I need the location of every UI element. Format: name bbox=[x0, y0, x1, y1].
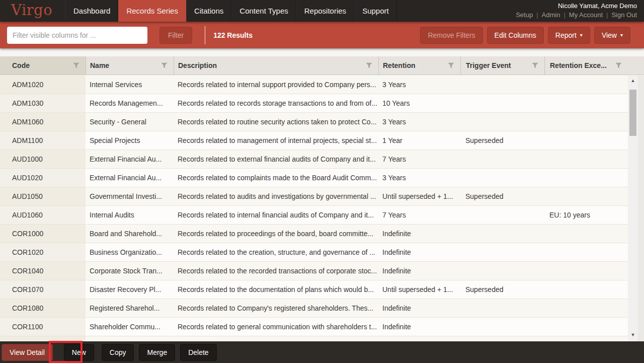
copy-button[interactable]: Copy bbox=[102, 344, 134, 361]
scrollbar-thumb[interactable] bbox=[629, 90, 636, 136]
table-row[interactable]: ADM1060Security - GeneralRecords related… bbox=[0, 113, 628, 131]
cell-retention: Indefinite bbox=[378, 262, 460, 280]
cell-trigger-event bbox=[460, 262, 544, 280]
report-label: Report bbox=[555, 31, 577, 39]
cell-description: Records related to complaints made to th… bbox=[174, 169, 378, 187]
table-row[interactable]: COR1000Board and Sharehold...Records rel… bbox=[0, 225, 628, 243]
link-separator: | bbox=[603, 11, 611, 19]
top-nav-bar: Virgo DashboardRecords SeriesCitationsCo… bbox=[0, 0, 644, 22]
cell-description: Records related to management of interna… bbox=[174, 131, 378, 150]
filter-funnel-icon[interactable] bbox=[366, 62, 372, 68]
nav-tab-dashboard[interactable]: Dashboard bbox=[65, 0, 118, 22]
table-row[interactable]: ADM1030Records Managemen...Records relat… bbox=[0, 94, 628, 113]
table-row[interactable]: COR1080Registered Sharehol...Records rel… bbox=[0, 299, 628, 318]
table-body: ADM1020Internal ServicesRecords related … bbox=[0, 76, 628, 342]
edit-columns-button[interactable]: Edit Columns bbox=[487, 27, 544, 44]
cell-retention: 3 Years bbox=[378, 169, 460, 187]
cell-description: Records related to audits and investigat… bbox=[174, 187, 378, 205]
filter-button[interactable]: Filter bbox=[159, 27, 192, 44]
cell-trigger-event bbox=[460, 299, 544, 317]
cell-trigger-event bbox=[460, 94, 544, 112]
view-detail-button[interactable]: View Detail bbox=[2, 344, 53, 361]
remove-filters-button[interactable]: Remove Filters bbox=[420, 27, 482, 44]
cell-retention-exceptions bbox=[544, 225, 628, 243]
filter-funnel-icon[interactable] bbox=[161, 62, 168, 68]
cell-name: Disaster Recovery Pl... bbox=[86, 280, 174, 299]
table-row[interactable]: COR1040Corporate Stock Tran...Records re… bbox=[0, 262, 628, 280]
chevron-down-icon: ▾ bbox=[580, 33, 583, 38]
column-header-retention-exce[interactable]: Retention Exce... bbox=[544, 56, 628, 75]
nav-tab-records-series[interactable]: Records Series bbox=[118, 0, 186, 22]
nav-tab-repositories[interactable]: Repositories bbox=[296, 0, 354, 22]
link-separator: | bbox=[533, 11, 541, 19]
cell-description: Records related to the recorded transact… bbox=[174, 262, 378, 280]
cell-description: Records related to internal financial au… bbox=[174, 206, 378, 224]
merge-button[interactable]: Merge bbox=[139, 344, 175, 361]
cell-description: Records related to the documentation of … bbox=[174, 280, 378, 299]
filter-toolbar: Filter 122 Results Remove Filters Edit C… bbox=[0, 22, 644, 48]
column-header-trigger-event[interactable]: Trigger Event bbox=[460, 56, 544, 75]
column-header-description[interactable]: Description bbox=[174, 56, 378, 75]
cell-description: Records related to general communication… bbox=[174, 318, 378, 336]
nav-tab-content-types[interactable]: Content Types bbox=[231, 0, 296, 22]
new-button[interactable]: New bbox=[64, 344, 94, 361]
user-link-my-account[interactable]: My Account bbox=[569, 11, 603, 19]
filter-funnel-icon[interactable] bbox=[615, 62, 622, 68]
cell-name: Governmental Investi... bbox=[86, 187, 174, 205]
user-area: Nicolle Yamat, Acme Demo Setup|Admin|My … bbox=[516, 2, 637, 19]
user-link-admin[interactable]: Admin bbox=[542, 11, 560, 19]
column-header-code[interactable]: Code bbox=[0, 56, 86, 75]
toolbar-actions: Remove Filters Edit Columns Report ▾ Vie… bbox=[420, 27, 637, 44]
cell-retention-exceptions bbox=[544, 187, 628, 205]
table-row[interactable]: COR1070Disaster Recovery Pl...Records re… bbox=[0, 280, 628, 299]
scroll-down-icon[interactable]: ▼ bbox=[628, 332, 638, 337]
cell-code: ADM1100 bbox=[0, 131, 86, 150]
cell-retention: Indefinite bbox=[378, 318, 460, 336]
filter-funnel-icon[interactable] bbox=[73, 62, 79, 68]
column-label: Retention bbox=[383, 61, 446, 69]
table-row[interactable]: COR1100Shareholder Commu...Records relat… bbox=[0, 318, 628, 336]
table-row[interactable]: ADM1100Special ProjectsRecords related t… bbox=[0, 131, 628, 150]
cell-code: COR1100 bbox=[0, 318, 86, 336]
user-link-setup[interactable]: Setup bbox=[516, 11, 533, 19]
column-header-retention[interactable]: Retention bbox=[378, 56, 460, 75]
cell-code: AUD1020 bbox=[0, 169, 86, 187]
column-label: Description bbox=[178, 61, 364, 69]
delete-button[interactable]: Delete bbox=[180, 344, 216, 361]
scroll-up-icon[interactable]: ▲ bbox=[628, 78, 638, 83]
cell-retention: 7 Years bbox=[378, 150, 460, 168]
nav-tab-support[interactable]: Support bbox=[354, 0, 397, 22]
cell-retention: Indefinite bbox=[378, 225, 460, 243]
nav-tab-citations[interactable]: Citations bbox=[186, 0, 231, 22]
table-row[interactable]: AUD1000External Financial Au...Records r… bbox=[0, 150, 628, 169]
view-dropdown-button[interactable]: View ▾ bbox=[594, 27, 630, 44]
cell-retention: 1 Year bbox=[378, 131, 460, 150]
table-row[interactable]: AUD1050Governmental Investi...Records re… bbox=[0, 187, 628, 206]
virgo-app-window: Virgo DashboardRecords SeriesCitationsCo… bbox=[0, 0, 644, 363]
column-header-name[interactable]: Name bbox=[86, 56, 174, 75]
table-row[interactable]: AUD1020External Financial Au...Records r… bbox=[0, 169, 628, 187]
filter-columns-input[interactable] bbox=[7, 27, 147, 44]
cell-code: ADM1060 bbox=[0, 113, 86, 131]
cell-trigger-event bbox=[460, 318, 544, 336]
cell-retention-exceptions bbox=[544, 299, 628, 317]
cell-name: Business Organizatio... bbox=[86, 243, 174, 261]
cell-code: COR1000 bbox=[0, 225, 86, 243]
cell-name: Internal Services bbox=[86, 76, 174, 94]
cell-retention-exceptions bbox=[544, 150, 628, 168]
filter-funnel-icon[interactable] bbox=[448, 62, 454, 68]
cell-retention-exceptions bbox=[544, 76, 628, 94]
virgo-logo[interactable]: Virgo bbox=[0, 0, 65, 22]
cell-name: Records Managemen... bbox=[86, 94, 174, 112]
table-row[interactable]: ADM1020Internal ServicesRecords related … bbox=[0, 76, 628, 94]
user-link-sign-out[interactable]: Sign Out bbox=[611, 11, 637, 19]
cell-name: External Financial Au... bbox=[86, 169, 174, 187]
filter-funnel-icon[interactable] bbox=[532, 62, 538, 68]
nav-tabs: DashboardRecords SeriesCitationsContent … bbox=[65, 0, 397, 22]
cell-trigger-event bbox=[460, 150, 544, 168]
table-row[interactable]: AUD1060Internal AuditsRecords related to… bbox=[0, 206, 628, 225]
report-dropdown-button[interactable]: Report ▾ bbox=[548, 27, 590, 44]
cell-description: Records related to records storage trans… bbox=[174, 94, 378, 112]
table-row[interactable]: COR1020Business Organizatio...Records re… bbox=[0, 243, 628, 262]
cell-trigger-event bbox=[460, 169, 544, 187]
